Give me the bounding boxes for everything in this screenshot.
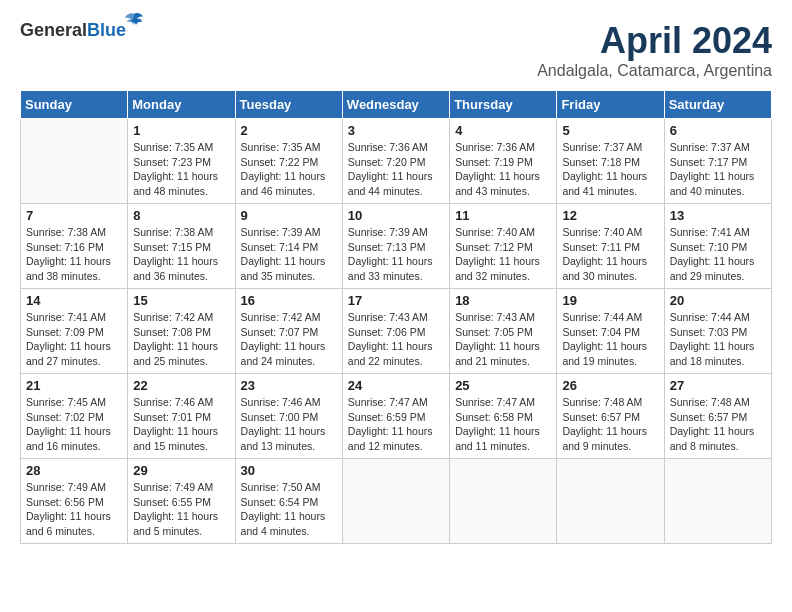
calendar-cell: 20Sunrise: 7:44 AMSunset: 7:03 PMDayligh…: [664, 289, 771, 374]
day-info: Sunrise: 7:37 AMSunset: 7:18 PMDaylight:…: [562, 140, 658, 199]
day-info: Sunrise: 7:41 AMSunset: 7:10 PMDaylight:…: [670, 225, 766, 284]
day-number: 12: [562, 208, 658, 223]
day-info: Sunrise: 7:39 AMSunset: 7:14 PMDaylight:…: [241, 225, 337, 284]
weekday-header-friday: Friday: [557, 91, 664, 119]
month-title: April 2024: [537, 20, 772, 62]
calendar-cell: 9Sunrise: 7:39 AMSunset: 7:14 PMDaylight…: [235, 204, 342, 289]
calendar-cell: [664, 459, 771, 544]
day-info: Sunrise: 7:50 AMSunset: 6:54 PMDaylight:…: [241, 480, 337, 539]
week-row-4: 21Sunrise: 7:45 AMSunset: 7:02 PMDayligh…: [21, 374, 772, 459]
day-info: Sunrise: 7:41 AMSunset: 7:09 PMDaylight:…: [26, 310, 122, 369]
day-number: 6: [670, 123, 766, 138]
title-block: April 2024 Andalgala, Catamarca, Argenti…: [537, 20, 772, 80]
day-info: Sunrise: 7:48 AMSunset: 6:57 PMDaylight:…: [670, 395, 766, 454]
calendar-cell: 27Sunrise: 7:48 AMSunset: 6:57 PMDayligh…: [664, 374, 771, 459]
weekday-header-wednesday: Wednesday: [342, 91, 449, 119]
calendar-cell: 18Sunrise: 7:43 AMSunset: 7:05 PMDayligh…: [450, 289, 557, 374]
location-title: Andalgala, Catamarca, Argentina: [537, 62, 772, 80]
day-number: 23: [241, 378, 337, 393]
day-number: 24: [348, 378, 444, 393]
calendar-cell: [21, 119, 128, 204]
calendar-cell: 13Sunrise: 7:41 AMSunset: 7:10 PMDayligh…: [664, 204, 771, 289]
calendar-cell: 19Sunrise: 7:44 AMSunset: 7:04 PMDayligh…: [557, 289, 664, 374]
day-info: Sunrise: 7:38 AMSunset: 7:15 PMDaylight:…: [133, 225, 229, 284]
day-number: 8: [133, 208, 229, 223]
calendar-cell: 29Sunrise: 7:49 AMSunset: 6:55 PMDayligh…: [128, 459, 235, 544]
day-number: 13: [670, 208, 766, 223]
calendar-cell: [342, 459, 449, 544]
calendar-cell: 7Sunrise: 7:38 AMSunset: 7:16 PMDaylight…: [21, 204, 128, 289]
calendar-cell: 6Sunrise: 7:37 AMSunset: 7:17 PMDaylight…: [664, 119, 771, 204]
day-number: 26: [562, 378, 658, 393]
day-number: 25: [455, 378, 551, 393]
day-number: 15: [133, 293, 229, 308]
calendar-cell: [450, 459, 557, 544]
day-info: Sunrise: 7:49 AMSunset: 6:55 PMDaylight:…: [133, 480, 229, 539]
day-number: 27: [670, 378, 766, 393]
day-info: Sunrise: 7:45 AMSunset: 7:02 PMDaylight:…: [26, 395, 122, 454]
day-number: 7: [26, 208, 122, 223]
calendar-cell: 11Sunrise: 7:40 AMSunset: 7:12 PMDayligh…: [450, 204, 557, 289]
calendar-cell: 26Sunrise: 7:48 AMSunset: 6:57 PMDayligh…: [557, 374, 664, 459]
logo-general: General: [20, 20, 87, 40]
calendar-cell: 25Sunrise: 7:47 AMSunset: 6:58 PMDayligh…: [450, 374, 557, 459]
calendar-cell: 21Sunrise: 7:45 AMSunset: 7:02 PMDayligh…: [21, 374, 128, 459]
day-info: Sunrise: 7:35 AMSunset: 7:22 PMDaylight:…: [241, 140, 337, 199]
day-info: Sunrise: 7:36 AMSunset: 7:20 PMDaylight:…: [348, 140, 444, 199]
calendar-cell: 14Sunrise: 7:41 AMSunset: 7:09 PMDayligh…: [21, 289, 128, 374]
weekday-header-saturday: Saturday: [664, 91, 771, 119]
day-number: 11: [455, 208, 551, 223]
day-number: 30: [241, 463, 337, 478]
day-number: 20: [670, 293, 766, 308]
day-info: Sunrise: 7:43 AMSunset: 7:06 PMDaylight:…: [348, 310, 444, 369]
calendar-cell: 30Sunrise: 7:50 AMSunset: 6:54 PMDayligh…: [235, 459, 342, 544]
day-info: Sunrise: 7:42 AMSunset: 7:07 PMDaylight:…: [241, 310, 337, 369]
header: GeneralBlue April 2024 Andalgala, Catama…: [20, 20, 772, 80]
day-info: Sunrise: 7:40 AMSunset: 7:12 PMDaylight:…: [455, 225, 551, 284]
calendar-cell: 17Sunrise: 7:43 AMSunset: 7:06 PMDayligh…: [342, 289, 449, 374]
day-info: Sunrise: 7:42 AMSunset: 7:08 PMDaylight:…: [133, 310, 229, 369]
calendar-cell: 22Sunrise: 7:46 AMSunset: 7:01 PMDayligh…: [128, 374, 235, 459]
weekday-header-row: SundayMondayTuesdayWednesdayThursdayFrid…: [21, 91, 772, 119]
calendar-cell: 1Sunrise: 7:35 AMSunset: 7:23 PMDaylight…: [128, 119, 235, 204]
day-number: 10: [348, 208, 444, 223]
day-number: 18: [455, 293, 551, 308]
day-info: Sunrise: 7:44 AMSunset: 7:04 PMDaylight:…: [562, 310, 658, 369]
day-number: 4: [455, 123, 551, 138]
day-info: Sunrise: 7:49 AMSunset: 6:56 PMDaylight:…: [26, 480, 122, 539]
week-row-3: 14Sunrise: 7:41 AMSunset: 7:09 PMDayligh…: [21, 289, 772, 374]
day-number: 29: [133, 463, 229, 478]
week-row-1: 1Sunrise: 7:35 AMSunset: 7:23 PMDaylight…: [21, 119, 772, 204]
calendar-cell: 16Sunrise: 7:42 AMSunset: 7:07 PMDayligh…: [235, 289, 342, 374]
day-info: Sunrise: 7:46 AMSunset: 7:00 PMDaylight:…: [241, 395, 337, 454]
day-number: 14: [26, 293, 122, 308]
day-number: 19: [562, 293, 658, 308]
day-number: 21: [26, 378, 122, 393]
weekday-header-monday: Monday: [128, 91, 235, 119]
logo: GeneralBlue: [20, 20, 126, 41]
day-number: 9: [241, 208, 337, 223]
calendar-cell: 8Sunrise: 7:38 AMSunset: 7:15 PMDaylight…: [128, 204, 235, 289]
calendar-cell: 23Sunrise: 7:46 AMSunset: 7:00 PMDayligh…: [235, 374, 342, 459]
day-info: Sunrise: 7:46 AMSunset: 7:01 PMDaylight:…: [133, 395, 229, 454]
day-info: Sunrise: 7:37 AMSunset: 7:17 PMDaylight:…: [670, 140, 766, 199]
logo-bird-icon: [124, 12, 144, 30]
calendar-cell: 3Sunrise: 7:36 AMSunset: 7:20 PMDaylight…: [342, 119, 449, 204]
day-number: 16: [241, 293, 337, 308]
day-info: Sunrise: 7:35 AMSunset: 7:23 PMDaylight:…: [133, 140, 229, 199]
calendar-cell: 28Sunrise: 7:49 AMSunset: 6:56 PMDayligh…: [21, 459, 128, 544]
calendar-cell: 4Sunrise: 7:36 AMSunset: 7:19 PMDaylight…: [450, 119, 557, 204]
day-info: Sunrise: 7:47 AMSunset: 6:59 PMDaylight:…: [348, 395, 444, 454]
day-info: Sunrise: 7:48 AMSunset: 6:57 PMDaylight:…: [562, 395, 658, 454]
day-number: 28: [26, 463, 122, 478]
day-info: Sunrise: 7:39 AMSunset: 7:13 PMDaylight:…: [348, 225, 444, 284]
calendar-table: SundayMondayTuesdayWednesdayThursdayFrid…: [20, 90, 772, 544]
calendar-cell: [557, 459, 664, 544]
calendar-cell: 15Sunrise: 7:42 AMSunset: 7:08 PMDayligh…: [128, 289, 235, 374]
day-number: 17: [348, 293, 444, 308]
week-row-5: 28Sunrise: 7:49 AMSunset: 6:56 PMDayligh…: [21, 459, 772, 544]
calendar-cell: 5Sunrise: 7:37 AMSunset: 7:18 PMDaylight…: [557, 119, 664, 204]
day-info: Sunrise: 7:40 AMSunset: 7:11 PMDaylight:…: [562, 225, 658, 284]
day-number: 3: [348, 123, 444, 138]
day-number: 22: [133, 378, 229, 393]
